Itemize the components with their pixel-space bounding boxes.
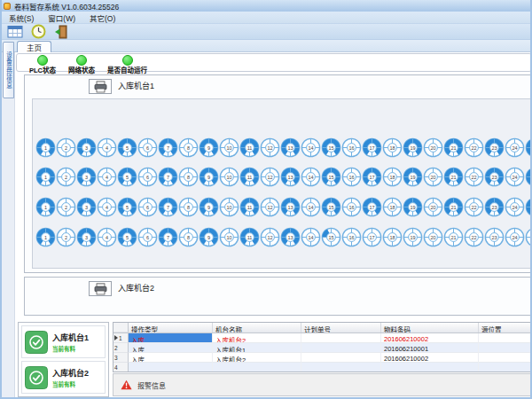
operations-table: 操作类型机台名称计划单号物料条码源位置1入库入库机台22016062100022… [113,322,532,372]
table-cell[interactable] [479,353,531,363]
slot-circle: 23 [484,167,505,187]
svg-text:15: 15 [328,145,333,151]
warning-icon [121,379,132,390]
table-cell[interactable] [301,333,381,343]
column-header[interactable]: 操作类型 [129,323,213,332]
slot-circle: 2 [56,167,76,187]
svg-text:15: 15 [328,175,333,180]
svg-text:4: 4 [106,175,108,180]
slot-circle: 20 [423,197,443,217]
svg-text:11: 11 [247,205,253,210]
slot-circle: 20 [423,167,443,187]
slot-circle: 12 [260,197,280,217]
clock-button[interactable] [28,24,48,39]
svg-text:14: 14 [308,235,313,240]
side-tab-device-monitor[interactable]: 设备监控信息 [3,42,14,98]
table-cell[interactable] [301,353,381,363]
title-bar: 卷料暂存系统 V1.0.6034.25526 [0,0,532,12]
slot-circle: 11 [239,197,260,217]
svg-text:24: 24 [512,205,517,210]
slot-row: 1 2 3 4 5 [35,167,532,187]
table-row[interactable]: 1入库入库机台2201606210002 [113,333,531,343]
slot-circle: 1 [35,227,56,247]
slot-circle: 15 [321,167,341,187]
table-cell[interactable] [479,363,531,372]
table-cell[interactable] [479,333,531,343]
status-indicator: 网络状态 [68,55,95,74]
menu-item[interactable]: 其它(O) [82,12,122,23]
column-header[interactable]: 机台名称 [213,323,301,332]
table-cell[interactable] [129,363,213,372]
slot-circle: 10 [219,197,239,217]
svg-text:13: 13 [287,175,293,180]
table-cell[interactable]: 入库 [129,353,213,363]
svg-text:21: 21 [450,145,456,151]
window-title: 卷料暂存系统 V1.0.6034.25526 [14,1,119,12]
table-row[interactable]: 4 [113,363,531,372]
exit-button[interactable] [51,24,71,39]
table-row[interactable]: 3入库入库机台2201606210002 [113,353,531,363]
alarm-bar: 报警信息 [113,373,532,396]
slot-circle: 13 [280,227,301,247]
table-cell[interactable]: 201606210002 [381,353,479,363]
slot-circle: 24 [505,167,525,187]
menu-item[interactable]: 窗口(W) [41,12,82,23]
table-row[interactable]: 2入库入库机台1201606210001 [113,343,531,353]
print-button-1[interactable] [89,79,112,94]
svg-text:12: 12 [267,235,272,240]
svg-text:13: 13 [287,205,293,210]
slot-circle: 2 [56,227,76,247]
slot-circle: 12 [260,167,280,187]
slot-circle: 14 [301,167,321,187]
column-header[interactable]: 物料条码 [381,323,479,332]
svg-text:22: 22 [471,145,476,151]
table-cell[interactable]: 入库机台2 [213,353,301,363]
slot-circle: 9 [199,167,219,187]
table-cell[interactable]: 201606210001 [381,343,479,353]
table-cell[interactable] [479,343,531,353]
slot-circle: 19 [403,197,423,217]
table-cell[interactable]: 入库机台2 [213,333,301,343]
table-cell[interactable]: 201606210002 [381,333,479,343]
status-indicator: PLC状态 [29,55,56,74]
svg-text:2: 2 [65,175,67,180]
svg-text:14: 14 [308,145,313,151]
slot-circle: 16 [341,227,362,247]
toolbar [2,24,532,40]
svg-text:9: 9 [207,235,210,240]
status-indicator: 是否自动运行 [107,55,147,74]
column-header[interactable]: 计划单号 [301,323,381,332]
table-cell[interactable] [301,343,381,353]
svg-text:14: 14 [308,175,313,180]
slot-circle: 14 [301,137,321,158]
slot-circle: 11 [239,167,260,187]
svg-text:5: 5 [126,235,129,240]
slot-circle: 9 [199,227,219,247]
table-cell[interactable]: 入库 [129,343,213,353]
svg-text:16: 16 [348,235,354,240]
table-cell[interactable]: 入库 [129,333,213,343]
menu-item[interactable]: 系统(S) [2,12,41,23]
tab-home[interactable]: 主页 [17,41,51,52]
slot-circle: 5 [117,167,137,187]
panel-inbound-machine-2: 入库机台2 [24,277,532,316]
svg-text:8: 8 [187,235,190,240]
table-cell[interactable] [213,363,301,372]
slot-circle: 22 [464,197,484,217]
svg-text:6: 6 [146,145,149,151]
calendar-button[interactable] [5,24,25,39]
print-button-2[interactable] [89,281,112,296]
slot-circle: 11 [239,137,260,158]
slot-circle: 18 [382,167,403,187]
svg-text:22: 22 [471,205,476,210]
table-cell[interactable]: 入库机台1 [213,343,301,353]
slot-circle: 6 [137,137,158,158]
svg-text:15: 15 [328,235,333,240]
table-cell[interactable] [381,363,479,372]
svg-text:2: 2 [65,145,67,151]
svg-text:22: 22 [471,235,476,240]
table-header-row: 操作类型机台名称计划单号物料条码源位置 [113,323,531,333]
slot-circle: 7 [158,197,178,217]
column-header[interactable]: 源位置 [479,323,531,332]
table-cell[interactable] [301,363,381,372]
